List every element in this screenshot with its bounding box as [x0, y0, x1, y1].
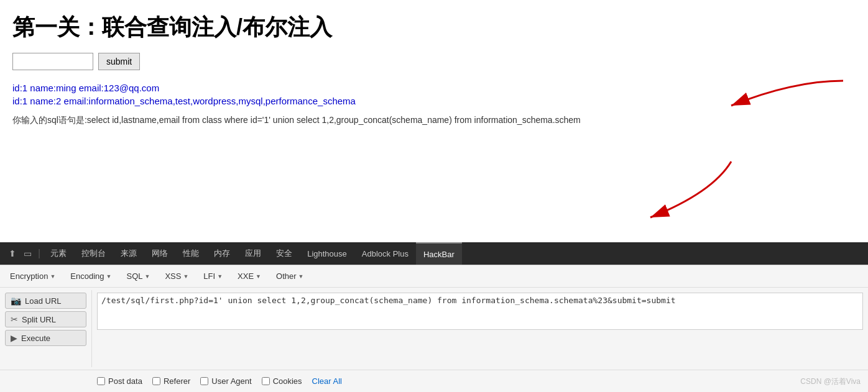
menu-other[interactable]: Other ▼ — [271, 270, 308, 283]
tab-sources[interactable]: 来源 — [113, 242, 144, 265]
menu-xxe-label: XXE — [238, 271, 254, 281]
cookies-label: Cookies — [273, 376, 302, 386]
menu-xxe[interactable]: XXE ▼ — [233, 270, 266, 283]
user-agent-checkbox[interactable]: User Agent — [200, 376, 251, 386]
menu-lfi[interactable]: LFI ▼ — [198, 270, 228, 283]
xxe-arrow: ▼ — [256, 273, 261, 280]
menu-encryption-label: Encryption — [10, 271, 48, 281]
tab-hackbar[interactable]: HackBar — [416, 242, 462, 265]
referer-label: Referer — [164, 376, 190, 386]
url-textarea[interactable]: /test/sql/first.php?id=1' union select 1… — [97, 293, 863, 330]
hackbar-bottom: Post data Referer User Agent Cookies Cle… — [0, 370, 868, 392]
cookies-checkbox[interactable]: Cookies — [262, 376, 302, 386]
menu-other-label: Other — [276, 271, 297, 281]
hackbar-main: 📷 Load URL ✂ Split URL ▶ Execute /test/s… — [0, 288, 868, 370]
page-title: 第一关：联合查询注入/布尔注入 — [12, 12, 856, 43]
split-url-button[interactable]: ✂ Split URL — [5, 311, 86, 327]
tab-lighthouse[interactable]: Lighthouse — [300, 242, 354, 265]
divider: | — [38, 248, 40, 259]
load-url-button[interactable]: 📷 Load URL — [5, 293, 86, 309]
user-agent-label: User Agent — [211, 376, 251, 386]
tab-memory[interactable]: 内存 — [206, 242, 238, 265]
sql-display: 你输入的sql语句是:select id,lastname,email from… — [12, 115, 856, 126]
post-data-input[interactable] — [97, 377, 105, 385]
lfi-arrow: ▼ — [217, 273, 223, 280]
load-url-label: Load URL — [25, 296, 62, 306]
tab-console[interactable]: 控制台 — [74, 242, 113, 265]
id-input[interactable] — [12, 53, 93, 70]
menu-encryption[interactable]: Encryption ▼ — [5, 270, 60, 283]
arrow2 — [557, 155, 744, 230]
execute-button[interactable]: ▶ Execute — [5, 330, 86, 346]
submit-button[interactable]: submit — [98, 53, 140, 70]
tab-application[interactable]: 应用 — [238, 242, 269, 265]
menu-encoding-label: Encoding — [70, 271, 104, 281]
referer-checkbox[interactable]: Referer — [152, 376, 190, 386]
page-content: 第一关：联合查询注入/布尔注入 submit id:1 name:ming em… — [0, 0, 868, 242]
device-icon[interactable]: ▭ — [20, 248, 35, 258]
cursor-icon[interactable]: ⬆ — [5, 248, 20, 258]
split-url-label: Split URL — [22, 315, 56, 324]
xss-arrow: ▼ — [183, 273, 188, 280]
menu-lfi-label: LFI — [203, 271, 215, 281]
referer-input[interactable] — [152, 377, 160, 385]
user-agent-input[interactable] — [200, 377, 208, 385]
tab-network[interactable]: 网络 — [144, 242, 175, 265]
tab-performance[interactable]: 性能 — [175, 242, 206, 265]
load-url-icon: 📷 — [11, 296, 21, 306]
result-lines: id:1 name:ming email:123@qq.com id:1 nam… — [12, 83, 856, 106]
menu-sql[interactable]: SQL ▼ — [121, 270, 155, 283]
sql-arrow: ▼ — [145, 273, 150, 280]
devtools-bar: ⬆ ▭ | 元素 控制台 来源 网络 性能 内存 应用 安全 Lighthous… — [0, 242, 868, 265]
input-row: submit — [12, 53, 856, 70]
encoding-arrow: ▼ — [106, 273, 112, 280]
hackbar-left-panel: 📷 Load URL ✂ Split URL ▶ Execute — [0, 290, 92, 367]
url-area: /test/sql/first.php?id=1' union select 1… — [92, 290, 868, 367]
hackbar-panel: Encryption ▼ Encoding ▼ SQL ▼ XSS ▼ LFI … — [0, 265, 868, 392]
tab-security[interactable]: 安全 — [269, 242, 300, 265]
execute-label: Execute — [21, 334, 50, 343]
split-url-icon: ✂ — [11, 314, 18, 324]
result-line-1: id:1 name:ming email:123@qq.com — [12, 83, 856, 93]
post-data-checkbox[interactable]: Post data — [97, 376, 142, 386]
watermark: CSDN @活着Viva — [800, 376, 861, 387]
encryption-arrow: ▼ — [50, 273, 55, 280]
result-line-2: id:1 name:2 email:information_schema,tes… — [12, 96, 856, 106]
menu-xss[interactable]: XSS ▼ — [160, 270, 193, 283]
menu-sql-label: SQL — [126, 271, 142, 281]
tab-elements[interactable]: 元素 — [43, 242, 74, 265]
execute-icon: ▶ — [11, 333, 17, 343]
post-data-label: Post data — [108, 376, 142, 386]
cookies-input[interactable] — [262, 377, 270, 385]
other-arrow: ▼ — [298, 273, 304, 280]
hackbar-toolbar: Encryption ▼ Encoding ▼ SQL ▼ XSS ▼ LFI … — [0, 265, 868, 288]
menu-encoding[interactable]: Encoding ▼ — [65, 270, 116, 283]
clear-all-link[interactable]: Clear All — [312, 376, 342, 386]
tab-adblock[interactable]: Adblock Plus — [354, 242, 416, 265]
menu-xss-label: XSS — [165, 271, 181, 281]
